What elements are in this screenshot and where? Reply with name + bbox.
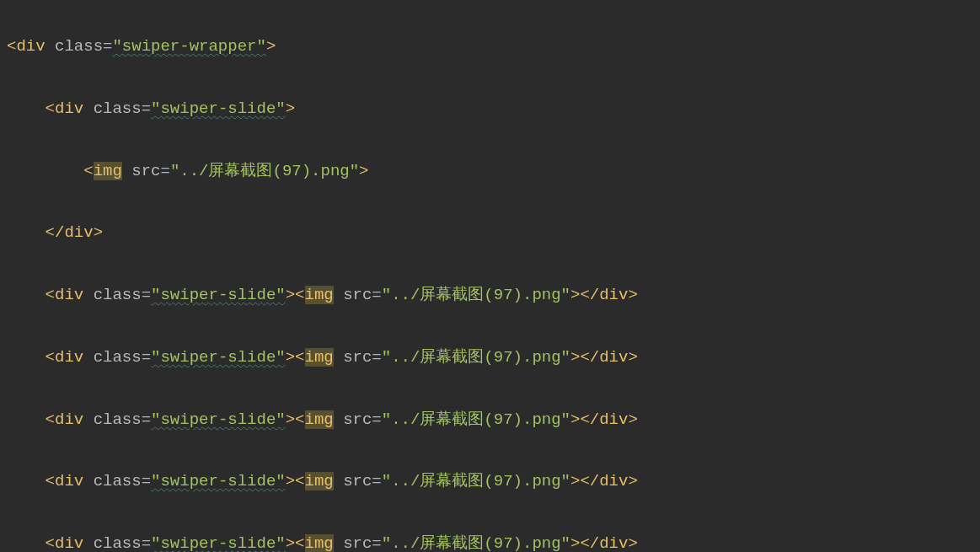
tag-img-highlight: img xyxy=(305,410,334,429)
tag-div: div xyxy=(599,286,628,304)
string-src-path: "../屏幕截图(97).png" xyxy=(382,472,570,490)
equals: = xyxy=(372,348,381,367)
bracket: > xyxy=(286,534,295,552)
string-swiper-slide: "swiper-slide" xyxy=(151,99,286,118)
attr-src: src xyxy=(343,286,372,304)
bracket: > xyxy=(628,410,637,429)
attr-src: src xyxy=(343,410,372,429)
space xyxy=(122,162,131,180)
equals: = xyxy=(372,410,381,429)
bracket: </ xyxy=(580,286,599,304)
bracket: < xyxy=(46,286,55,304)
equals: = xyxy=(142,286,151,304)
equals: = xyxy=(372,286,381,304)
space xyxy=(83,348,93,367)
bracket: > xyxy=(570,348,580,367)
bracket: < xyxy=(7,37,16,56)
bracket: > xyxy=(628,348,637,367)
code-line-9[interactable]: <div class="swiper-slide"><img src="../屏… xyxy=(7,526,973,552)
equals: = xyxy=(103,37,112,56)
space xyxy=(83,99,93,118)
space xyxy=(334,534,343,552)
code-line-6[interactable]: <div class="swiper-slide"><img src="../屏… xyxy=(7,340,973,376)
string-swiper-wrapper: "swiper-wrapper" xyxy=(112,37,265,56)
equals: = xyxy=(142,410,151,429)
code-line-3[interactable]: <img src="../屏幕截图(97).png"> xyxy=(7,153,973,190)
space xyxy=(334,286,343,304)
indent xyxy=(7,348,46,367)
indent xyxy=(7,472,46,490)
bracket: > xyxy=(286,410,295,429)
bracket: > xyxy=(628,472,637,490)
string-swiper-slide: "swiper-slide" xyxy=(151,410,286,429)
indent xyxy=(7,286,46,304)
equals: = xyxy=(372,472,381,490)
attr-class: class xyxy=(55,37,103,56)
tag-div: div xyxy=(55,534,83,552)
bracket: > xyxy=(570,472,580,490)
tag-div: div xyxy=(599,348,628,367)
bracket: > xyxy=(286,99,295,118)
tag-div: div xyxy=(16,37,45,56)
space xyxy=(334,348,343,367)
bracket: < xyxy=(295,286,304,304)
bracket: </ xyxy=(580,534,599,552)
code-editor[interactable]: <div class="swiper-wrapper"> <div class=… xyxy=(0,0,980,552)
tag-div: div xyxy=(55,348,83,367)
attr-src: src xyxy=(343,534,372,552)
attr-src: src xyxy=(131,162,160,180)
indent xyxy=(7,534,46,552)
code-line-5[interactable]: <div class="swiper-slide"><img src="../屏… xyxy=(7,277,973,314)
attr-src: src xyxy=(343,348,372,367)
bracket: > xyxy=(286,472,295,490)
bracket: > xyxy=(286,286,295,304)
bracket: > xyxy=(628,534,637,552)
code-line-7[interactable]: <div class="swiper-slide"><img src="../屏… xyxy=(7,402,973,438)
bracket: > xyxy=(570,410,580,429)
indent xyxy=(7,162,83,180)
bracket: > xyxy=(266,37,276,56)
tag-img-highlight: img xyxy=(94,162,122,180)
tag-div: div xyxy=(64,223,93,242)
indent xyxy=(7,410,46,429)
bracket: > xyxy=(570,534,580,552)
string-src-path: "../屏幕截图(97).png" xyxy=(382,410,570,429)
tag-div: div xyxy=(55,472,83,490)
tag-div: div xyxy=(55,286,83,304)
attr-class: class xyxy=(94,99,142,118)
equals: = xyxy=(142,348,151,367)
tag-div: div xyxy=(55,410,83,429)
string-swiper-slide: "swiper-slide" xyxy=(151,534,286,552)
code-line-1[interactable]: <div class="swiper-wrapper"> xyxy=(7,29,973,65)
bracket: </ xyxy=(580,472,599,490)
code-line-2[interactable]: <div class="swiper-slide"> xyxy=(7,91,973,127)
tag-div: div xyxy=(599,472,628,490)
code-line-4[interactable]: </div> xyxy=(7,215,973,251)
equals: = xyxy=(372,534,381,552)
string-src-path: "../屏幕截图(97).png" xyxy=(382,286,570,304)
bracket: < xyxy=(46,99,55,118)
tag-img-highlight: img xyxy=(305,472,334,490)
attr-class: class xyxy=(94,286,142,304)
bracket: </ xyxy=(580,348,599,367)
bracket: < xyxy=(295,348,304,367)
bracket: > xyxy=(570,286,580,304)
tag-div: div xyxy=(599,534,628,552)
string-swiper-slide: "swiper-slide" xyxy=(151,286,286,304)
tag-img-highlight: img xyxy=(305,348,334,367)
bracket: < xyxy=(46,534,55,552)
string-src-path: "../屏幕截图(97).png" xyxy=(382,348,570,367)
indent xyxy=(7,99,46,118)
tag-img-highlight: img xyxy=(305,534,334,552)
equals: = xyxy=(160,162,169,180)
string-src-path: "../屏幕截图(97).png" xyxy=(170,162,359,180)
attr-class: class xyxy=(94,534,142,552)
space xyxy=(46,37,55,56)
tag-div: div xyxy=(599,410,628,429)
equals: = xyxy=(142,534,151,552)
code-line-8[interactable]: <div class="swiper-slide"><img src="../屏… xyxy=(7,464,973,500)
bracket: </ xyxy=(580,410,599,429)
attr-src: src xyxy=(343,472,372,490)
bracket: < xyxy=(295,472,304,490)
string-swiper-slide: "swiper-slide" xyxy=(151,348,286,367)
